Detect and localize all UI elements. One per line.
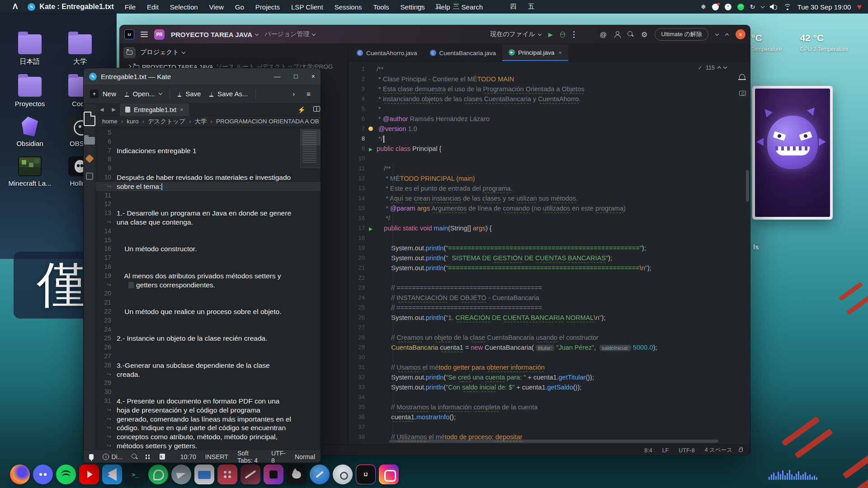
debug-button[interactable] — [560, 32, 565, 38]
dock-instagram-icon[interactable] — [379, 465, 399, 484]
save-as-button[interactable]: Save As... — [217, 90, 248, 98]
notifications-bell-icon[interactable] — [739, 74, 745, 79]
workspace-indicator[interactable]: 四 — [510, 3, 516, 11]
sync-tray-icon[interactable]: ↻ — [750, 4, 755, 10]
filesystem-panel-icon[interactable] — [84, 137, 95, 145]
intention-bulb-icon[interactable] — [368, 127, 373, 131]
intellij-close-button[interactable]: × — [736, 29, 745, 39]
save-button[interactable]: Save — [185, 90, 201, 98]
spotify-tray-icon[interactable] — [737, 4, 744, 10]
breadcrumb-item[interactable]: kuro — [127, 118, 138, 125]
kate-app-icon[interactable]: ✎ — [28, 3, 35, 11]
breadcrumb-item[interactable]: PROGRAMACION ORIENTADA A OB — [216, 118, 319, 125]
toolbar-chevron-up-icon[interactable] — [725, 33, 729, 37]
code-with-me-icon[interactable] — [614, 31, 620, 38]
editor-horizontal-scrollbar[interactable] — [389, 440, 718, 443]
tray-expand-chevron-icon[interactable] — [760, 4, 764, 8]
status-search-icon[interactable] — [132, 454, 136, 460]
main-menu-burger-icon[interactable] — [141, 32, 148, 37]
inspections-widget[interactable]: ✓115 — [698, 64, 726, 71]
dock-terminal-icon[interactable]: >_ — [125, 465, 145, 484]
breadcrumb-item[interactable]: 大学 — [194, 117, 207, 126]
editor-tab[interactable]: CCuentaBancaria.java — [424, 45, 502, 61]
status-item[interactable]: 4 スペース — [705, 446, 732, 454]
dock-files-icon[interactable] — [194, 465, 214, 484]
highlight-mode[interactable]: Normal — [295, 453, 315, 460]
dock-krita-icon[interactable] — [241, 465, 260, 484]
run-configuration-dropdown[interactable]: 現在のファイル — [490, 30, 541, 38]
vcs-dropdown[interactable]: バージョン管理 — [264, 30, 315, 38]
breadcrumb-item[interactable]: home — [102, 118, 118, 125]
cursor-position[interactable]: 10:70 — [180, 453, 196, 460]
tab-close-icon[interactable]: × — [558, 49, 562, 56]
dock-browser-icon[interactable] — [310, 465, 330, 484]
dock-intellij-icon[interactable]: IJ — [356, 465, 376, 484]
tab-prev-icon[interactable]: ◀ — [96, 107, 108, 113]
run-gutter-icon[interactable]: ▶ — [369, 146, 373, 152]
git-panel-icon[interactable] — [85, 154, 94, 163]
status-item[interactable]: UTF-8 — [679, 447, 694, 454]
hamburger-menu-icon[interactable]: ≡ — [307, 90, 311, 98]
quick-open-lightning-icon[interactable]: ⚡ — [297, 106, 305, 113]
code-editor[interactable]: ✓115 1/**2 * Clase Principal - Contiene … — [349, 61, 750, 444]
kate-text-editor[interactable]: 567Indicaciones entregable 18910Después … — [96, 127, 321, 450]
tab-next-icon[interactable]: ▶ — [108, 107, 119, 113]
clock-tray-icon[interactable] — [725, 4, 731, 10]
dock-whatsapp-icon[interactable] — [148, 465, 168, 484]
dock-youtube-icon[interactable] — [79, 465, 99, 484]
tab-settings[interactable]: Soft Tabs: 4 — [237, 450, 262, 464]
status-item[interactable]: 8:4 — [644, 447, 652, 454]
menu-go[interactable]: Go — [235, 3, 244, 11]
tab-close-icon[interactable]: × — [180, 106, 184, 113]
menu-lsp-client[interactable]: LSP Client — [291, 3, 323, 11]
run-button[interactable]: ▶ — [548, 31, 553, 38]
dock-discord-icon[interactable] — [33, 465, 53, 484]
desktop-icon-7[interactable]: Minecraft La... — [6, 156, 53, 187]
terminal-chip-icon[interactable]: $_ — [160, 454, 165, 460]
more-actions-icon[interactable] — [573, 34, 575, 35]
project-panel-header[interactable]: プロジェクト — [140, 48, 185, 56]
dock-telegram-icon[interactable] — [171, 465, 191, 484]
heart-icon[interactable]: ♥ — [857, 2, 862, 12]
minimize-button[interactable]: — — [274, 73, 280, 80]
screenshot-icon[interactable] — [739, 91, 746, 96]
dock-toolbox-icon[interactable] — [264, 465, 283, 484]
toolbar-chevron-down-icon[interactable] — [715, 32, 719, 35]
run-gutter-icon[interactable]: ▶ — [369, 226, 373, 231]
desktop-icon-5[interactable]: Obsidian — [6, 117, 53, 147]
workspace-indicator[interactable]: 三 — [453, 3, 459, 11]
menu-search[interactable]: Search — [462, 3, 483, 11]
workspace-indicator[interactable]: 二 — [435, 3, 441, 11]
search-everywhere-icon[interactable] — [627, 31, 634, 38]
menu-file[interactable]: File — [125, 3, 136, 11]
menu-tools[interactable]: Tools — [373, 3, 389, 11]
output-bubble-icon[interactable] — [89, 454, 94, 460]
menu-selection[interactable]: Selection — [170, 3, 198, 11]
dock-spotify-icon[interactable] — [56, 465, 76, 484]
minimap[interactable] — [300, 129, 321, 168]
desktop-icon-3[interactable]: Proyectos — [6, 75, 53, 108]
lock-icon[interactable] — [739, 449, 743, 452]
split-view-icon[interactable] — [313, 106, 320, 112]
encoding[interactable]: UTF-8 — [271, 450, 286, 464]
discord-tray-icon[interactable] — [712, 4, 719, 10]
breadcrumb-item[interactable]: デスクトップ — [148, 117, 185, 126]
dock-firefox-icon[interactable] — [10, 465, 30, 484]
dock-nekoray-icon[interactable] — [287, 465, 307, 484]
menu-edit[interactable]: Edit — [147, 3, 159, 11]
snowflake-tray-icon[interactable]: ❄ — [701, 4, 706, 10]
settings-gear-icon[interactable]: ⚙ — [641, 30, 647, 39]
project-panel-button[interactable] — [123, 47, 136, 58]
status-grid-icon[interactable] — [146, 455, 147, 456]
open-button[interactable]: Open... — [133, 90, 155, 98]
diagnostics-toggle[interactable]: i Di... — [103, 453, 123, 460]
desktop-icon-1[interactable]: 日本語 — [6, 33, 53, 66]
intellij-logo-icon[interactable]: IJ — [124, 29, 134, 39]
project-avatar-badge[interactable]: PR — [154, 29, 165, 40]
kate-document-tab[interactable]: Entregable1.txt × — [120, 103, 189, 116]
workspace-indicator[interactable]: 一 — [417, 3, 423, 11]
insert-mode[interactable]: INSERT — [205, 453, 228, 460]
license-pill-button[interactable]: Ultimate の解除 — [655, 28, 708, 41]
status-item[interactable]: LF — [662, 447, 669, 454]
menu-projects[interactable]: Projects — [255, 3, 280, 11]
